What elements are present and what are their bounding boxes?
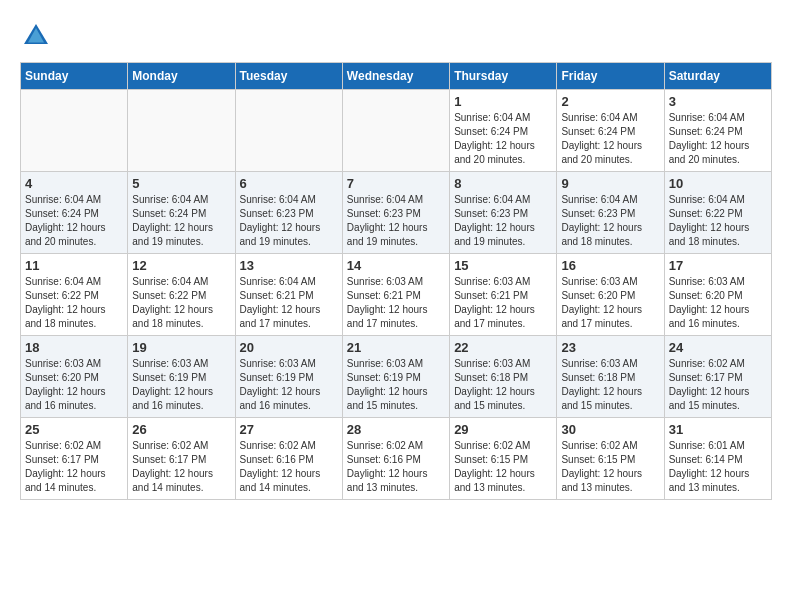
day-number: 1 [454,94,552,109]
day-number: 5 [132,176,230,191]
calendar-header-saturday: Saturday [664,63,771,90]
day-info: Sunrise: 6:02 AM Sunset: 6:16 PM Dayligh… [240,439,338,495]
calendar-cell: 28Sunrise: 6:02 AM Sunset: 6:16 PM Dayli… [342,418,449,500]
day-number: 11 [25,258,123,273]
calendar-cell: 30Sunrise: 6:02 AM Sunset: 6:15 PM Dayli… [557,418,664,500]
day-info: Sunrise: 6:02 AM Sunset: 6:15 PM Dayligh… [561,439,659,495]
day-number: 19 [132,340,230,355]
day-info: Sunrise: 6:04 AM Sunset: 6:24 PM Dayligh… [132,193,230,249]
day-number: 16 [561,258,659,273]
calendar-cell: 11Sunrise: 6:04 AM Sunset: 6:22 PM Dayli… [21,254,128,336]
calendar-cell: 15Sunrise: 6:03 AM Sunset: 6:21 PM Dayli… [450,254,557,336]
calendar-header-row: SundayMondayTuesdayWednesdayThursdayFrid… [21,63,772,90]
day-number: 6 [240,176,338,191]
day-number: 30 [561,422,659,437]
day-number: 10 [669,176,767,191]
calendar-cell: 18Sunrise: 6:03 AM Sunset: 6:20 PM Dayli… [21,336,128,418]
day-number: 7 [347,176,445,191]
calendar-week-row: 11Sunrise: 6:04 AM Sunset: 6:22 PM Dayli… [21,254,772,336]
day-info: Sunrise: 6:04 AM Sunset: 6:23 PM Dayligh… [240,193,338,249]
day-number: 29 [454,422,552,437]
calendar-header-thursday: Thursday [450,63,557,90]
calendar-cell: 21Sunrise: 6:03 AM Sunset: 6:19 PM Dayli… [342,336,449,418]
calendar-cell [342,90,449,172]
day-number: 21 [347,340,445,355]
calendar-cell: 17Sunrise: 6:03 AM Sunset: 6:20 PM Dayli… [664,254,771,336]
calendar-cell: 3Sunrise: 6:04 AM Sunset: 6:24 PM Daylig… [664,90,771,172]
calendar-cell: 8Sunrise: 6:04 AM Sunset: 6:23 PM Daylig… [450,172,557,254]
calendar-cell: 23Sunrise: 6:03 AM Sunset: 6:18 PM Dayli… [557,336,664,418]
day-info: Sunrise: 6:02 AM Sunset: 6:17 PM Dayligh… [25,439,123,495]
calendar-cell: 5Sunrise: 6:04 AM Sunset: 6:24 PM Daylig… [128,172,235,254]
calendar-header-tuesday: Tuesday [235,63,342,90]
day-number: 26 [132,422,230,437]
calendar-cell: 29Sunrise: 6:02 AM Sunset: 6:15 PM Dayli… [450,418,557,500]
day-info: Sunrise: 6:04 AM Sunset: 6:24 PM Dayligh… [454,111,552,167]
calendar-cell: 1Sunrise: 6:04 AM Sunset: 6:24 PM Daylig… [450,90,557,172]
calendar-week-row: 1Sunrise: 6:04 AM Sunset: 6:24 PM Daylig… [21,90,772,172]
calendar-cell: 6Sunrise: 6:04 AM Sunset: 6:23 PM Daylig… [235,172,342,254]
calendar-header-friday: Friday [557,63,664,90]
day-number: 28 [347,422,445,437]
calendar-cell: 22Sunrise: 6:03 AM Sunset: 6:18 PM Dayli… [450,336,557,418]
calendar-header-sunday: Sunday [21,63,128,90]
calendar-week-row: 18Sunrise: 6:03 AM Sunset: 6:20 PM Dayli… [21,336,772,418]
calendar-week-row: 25Sunrise: 6:02 AM Sunset: 6:17 PM Dayli… [21,418,772,500]
logo-icon [20,20,52,52]
calendar-cell: 10Sunrise: 6:04 AM Sunset: 6:22 PM Dayli… [664,172,771,254]
logo [20,20,56,52]
day-number: 8 [454,176,552,191]
calendar-cell: 7Sunrise: 6:04 AM Sunset: 6:23 PM Daylig… [342,172,449,254]
calendar-cell: 20Sunrise: 6:03 AM Sunset: 6:19 PM Dayli… [235,336,342,418]
calendar-cell: 13Sunrise: 6:04 AM Sunset: 6:21 PM Dayli… [235,254,342,336]
day-number: 20 [240,340,338,355]
calendar-cell: 12Sunrise: 6:04 AM Sunset: 6:22 PM Dayli… [128,254,235,336]
calendar-cell [21,90,128,172]
calendar-cell [235,90,342,172]
day-number: 12 [132,258,230,273]
calendar-cell: 2Sunrise: 6:04 AM Sunset: 6:24 PM Daylig… [557,90,664,172]
day-number: 24 [669,340,767,355]
day-number: 14 [347,258,445,273]
day-info: Sunrise: 6:03 AM Sunset: 6:20 PM Dayligh… [669,275,767,331]
day-number: 27 [240,422,338,437]
calendar-cell: 25Sunrise: 6:02 AM Sunset: 6:17 PM Dayli… [21,418,128,500]
day-info: Sunrise: 6:03 AM Sunset: 6:18 PM Dayligh… [561,357,659,413]
day-number: 22 [454,340,552,355]
day-info: Sunrise: 6:01 AM Sunset: 6:14 PM Dayligh… [669,439,767,495]
day-info: Sunrise: 6:03 AM Sunset: 6:19 PM Dayligh… [347,357,445,413]
day-info: Sunrise: 6:04 AM Sunset: 6:24 PM Dayligh… [669,111,767,167]
day-info: Sunrise: 6:03 AM Sunset: 6:19 PM Dayligh… [240,357,338,413]
calendar-header-wednesday: Wednesday [342,63,449,90]
calendar-cell: 16Sunrise: 6:03 AM Sunset: 6:20 PM Dayli… [557,254,664,336]
calendar-cell: 24Sunrise: 6:02 AM Sunset: 6:17 PM Dayli… [664,336,771,418]
day-number: 17 [669,258,767,273]
day-info: Sunrise: 6:03 AM Sunset: 6:21 PM Dayligh… [454,275,552,331]
calendar-cell: 26Sunrise: 6:02 AM Sunset: 6:17 PM Dayli… [128,418,235,500]
day-info: Sunrise: 6:04 AM Sunset: 6:21 PM Dayligh… [240,275,338,331]
calendar-table: SundayMondayTuesdayWednesdayThursdayFrid… [20,62,772,500]
calendar-cell: 31Sunrise: 6:01 AM Sunset: 6:14 PM Dayli… [664,418,771,500]
day-info: Sunrise: 6:04 AM Sunset: 6:24 PM Dayligh… [561,111,659,167]
calendar-cell: 9Sunrise: 6:04 AM Sunset: 6:23 PM Daylig… [557,172,664,254]
day-info: Sunrise: 6:02 AM Sunset: 6:17 PM Dayligh… [132,439,230,495]
page-header [20,20,772,52]
day-number: 3 [669,94,767,109]
calendar-cell: 4Sunrise: 6:04 AM Sunset: 6:24 PM Daylig… [21,172,128,254]
day-number: 4 [25,176,123,191]
day-info: Sunrise: 6:04 AM Sunset: 6:24 PM Dayligh… [25,193,123,249]
day-info: Sunrise: 6:04 AM Sunset: 6:22 PM Dayligh… [669,193,767,249]
day-info: Sunrise: 6:02 AM Sunset: 6:17 PM Dayligh… [669,357,767,413]
day-number: 31 [669,422,767,437]
day-info: Sunrise: 6:03 AM Sunset: 6:19 PM Dayligh… [132,357,230,413]
day-number: 23 [561,340,659,355]
day-info: Sunrise: 6:03 AM Sunset: 6:20 PM Dayligh… [25,357,123,413]
day-number: 15 [454,258,552,273]
day-info: Sunrise: 6:03 AM Sunset: 6:20 PM Dayligh… [561,275,659,331]
calendar-cell: 27Sunrise: 6:02 AM Sunset: 6:16 PM Dayli… [235,418,342,500]
calendar-cell: 19Sunrise: 6:03 AM Sunset: 6:19 PM Dayli… [128,336,235,418]
calendar-week-row: 4Sunrise: 6:04 AM Sunset: 6:24 PM Daylig… [21,172,772,254]
day-info: Sunrise: 6:03 AM Sunset: 6:18 PM Dayligh… [454,357,552,413]
day-info: Sunrise: 6:04 AM Sunset: 6:23 PM Dayligh… [561,193,659,249]
day-info: Sunrise: 6:02 AM Sunset: 6:15 PM Dayligh… [454,439,552,495]
